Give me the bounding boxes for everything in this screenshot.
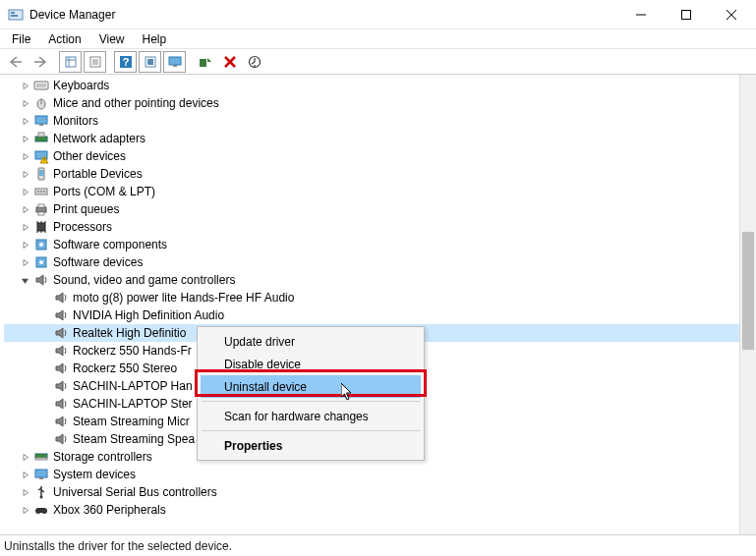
tree-category[interactable]: Print queues: [4, 200, 739, 218]
expand-toggle[interactable]: [18, 255, 31, 269]
svg-rect-31: [35, 137, 47, 141]
maximize-button[interactable]: [664, 0, 709, 29]
speaker-icon: [53, 343, 69, 359]
svg-rect-20: [200, 59, 206, 67]
scrollbar-thumb[interactable]: [742, 232, 754, 350]
tree-device-label: Steam Streaming Spea: [73, 432, 195, 446]
tree-category[interactable]: Network adapters: [4, 130, 739, 147]
speaker-icon: [53, 361, 69, 376]
svg-rect-42: [38, 204, 44, 207]
tree-device-label: SACHIN-LAPTOP Ster: [73, 397, 193, 411]
svg-point-38: [37, 191, 39, 193]
svg-rect-1: [11, 12, 15, 14]
expand-toggle[interactable]: [18, 132, 31, 145]
expand-toggle[interactable]: [18, 468, 31, 481]
context-menu-separator: [202, 401, 420, 402]
context-menu-item[interactable]: Properties: [201, 434, 421, 457]
context-menu-item[interactable]: Disable device: [201, 353, 421, 375]
forward-button[interactable]: [29, 51, 51, 73]
expand-toggle[interactable]: [18, 220, 31, 234]
tree-category-label: Keyboards: [53, 79, 109, 92]
tree-category[interactable]: Software components: [4, 236, 739, 253]
expand-toggle[interactable]: [18, 96, 31, 110]
tree-category[interactable]: Universal Serial Bus controllers: [4, 483, 739, 501]
monitor-button[interactable]: [163, 51, 186, 73]
expand-toggle[interactable]: [18, 503, 31, 517]
tree-category[interactable]: Software devices: [4, 253, 739, 271]
expand-toggle[interactable]: [18, 167, 31, 181]
expand-toggle[interactable]: [18, 273, 31, 287]
uninstall-button[interactable]: [218, 51, 241, 73]
menu-action[interactable]: Action: [40, 31, 88, 47]
warning-icon: !: [33, 148, 49, 164]
expand-toggle[interactable]: [18, 238, 31, 251]
tree-category[interactable]: Xbox 360 Peripherals: [4, 501, 739, 519]
expand-toggle[interactable]: [18, 149, 31, 163]
svg-point-54: [39, 260, 43, 264]
update-driver-button[interactable]: [139, 51, 161, 73]
svg-rect-57: [35, 470, 47, 477]
tree-category[interactable]: Keyboards: [4, 77, 739, 94]
devices-button[interactable]: [243, 51, 265, 73]
menu-file[interactable]: File: [4, 31, 38, 47]
tree-category-label: System devices: [53, 468, 136, 481]
tree-category[interactable]: !Other devices: [4, 147, 739, 165]
expand-toggle[interactable]: [18, 202, 31, 216]
close-button[interactable]: [709, 0, 754, 29]
tree-device-label: Realtek High Definitio: [73, 326, 186, 340]
tree-category-label: Other devices: [53, 149, 126, 163]
svg-rect-18: [169, 57, 181, 65]
help-button[interactable]: ?: [114, 51, 137, 73]
expand-toggle[interactable]: [18, 485, 31, 499]
menu-help[interactable]: Help: [135, 31, 175, 47]
svg-point-52: [39, 243, 43, 247]
svg-rect-41: [36, 207, 46, 212]
tree-device[interactable]: moto g(8) power lite Hands-Free HF Audio: [4, 289, 739, 306]
speaker-icon: [53, 431, 69, 447]
context-menu-item[interactable]: Update driver: [201, 330, 421, 353]
tree-device[interactable]: NVIDIA High Definition Audio: [4, 306, 739, 324]
svg-rect-2: [11, 15, 18, 17]
system-icon: [33, 467, 49, 482]
expand-toggle[interactable]: [18, 450, 31, 464]
svg-rect-58: [39, 477, 43, 479]
tree-device-label: Rockerz 550 Stereo: [73, 361, 177, 375]
scan-hardware-button[interactable]: [194, 51, 216, 73]
context-menu-item[interactable]: Uninstall device: [201, 375, 421, 398]
tree-device-label: Rockerz 550 Hands-Fr: [73, 344, 192, 358]
svg-point-40: [43, 191, 45, 193]
network-icon: [33, 131, 49, 146]
tree-category[interactable]: Ports (COM & LPT): [4, 183, 739, 200]
menu-view[interactable]: View: [91, 31, 133, 47]
menubar: File Action View Help: [0, 29, 756, 49]
device-tree[interactable]: KeyboardsMice and other pointing devices…: [0, 75, 739, 534]
svg-text:?: ?: [122, 56, 129, 68]
svg-rect-55: [35, 454, 47, 458]
expand-toggle[interactable]: [18, 114, 31, 128]
tree-category[interactable]: System devices: [4, 466, 739, 483]
tree-category-label: Universal Serial Bus controllers: [53, 485, 217, 499]
expand-toggle[interactable]: [18, 185, 31, 198]
svg-rect-17: [147, 59, 153, 65]
tree-category[interactable]: Mice and other pointing devices: [4, 94, 739, 112]
speaker-icon: [53, 396, 69, 412]
properties-button[interactable]: [84, 51, 106, 73]
tree-category-label: Sound, video and game controllers: [53, 273, 235, 287]
keyboard-icon: [33, 78, 49, 93]
vertical-scrollbar[interactable]: [739, 75, 756, 534]
tree-category[interactable]: Monitors: [4, 112, 739, 130]
svg-rect-30: [39, 124, 43, 126]
tree-category[interactable]: Processors: [4, 218, 739, 236]
tree-category[interactable]: Portable Devices: [4, 165, 739, 183]
back-button[interactable]: [4, 51, 27, 73]
context-menu-item[interactable]: Scan for hardware changes: [201, 405, 421, 427]
show-hidden-button[interactable]: [59, 51, 82, 73]
tree-category-label: Portable Devices: [53, 167, 143, 181]
printer-icon: [33, 201, 49, 217]
minimize-button[interactable]: [618, 0, 664, 29]
tree-category[interactable]: Sound, video and game controllers: [4, 271, 739, 289]
expand-toggle[interactable]: [18, 79, 31, 92]
speaker-icon: [53, 378, 69, 394]
tree-category-label: Software components: [53, 238, 167, 251]
tree-category-label: Storage controllers: [53, 450, 152, 464]
